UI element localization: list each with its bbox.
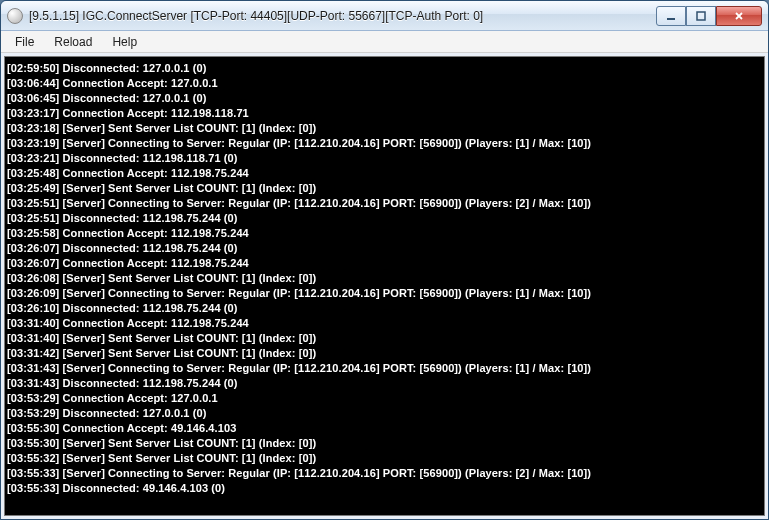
window-title: [9.5.1.15] IGC.ConnectServer [TCP-Port: … bbox=[29, 9, 483, 23]
app-icon bbox=[7, 8, 23, 24]
maximize-button[interactable] bbox=[686, 6, 716, 26]
svg-rect-1 bbox=[697, 12, 705, 20]
menu-file[interactable]: File bbox=[5, 33, 44, 51]
log-line: [03:25:48] Connection Accept: 112.198.75… bbox=[7, 166, 762, 181]
menu-help[interactable]: Help bbox=[102, 33, 147, 51]
log-line: [03:31:42] [Server] Sent Server List COU… bbox=[7, 346, 762, 361]
log-line: [03:31:43] Disconnected: 112.198.75.244 … bbox=[7, 376, 762, 391]
log-line: [03:23:19] [Server] Connecting to Server… bbox=[7, 136, 762, 151]
log-line: [03:25:49] [Server] Sent Server List COU… bbox=[7, 181, 762, 196]
log-line: [03:26:10] Disconnected: 112.198.75.244 … bbox=[7, 301, 762, 316]
log-line: [03:06:44] Connection Accept: 127.0.0.1 bbox=[7, 76, 762, 91]
log-line: [03:26:08] [Server] Sent Server List COU… bbox=[7, 271, 762, 286]
log-line: [03:25:58] Connection Accept: 112.198.75… bbox=[7, 226, 762, 241]
log-line: [02:59:50] Disconnected: 127.0.0.1 (0) bbox=[7, 61, 762, 76]
log-line: [03:25:51] Disconnected: 112.198.75.244 … bbox=[7, 211, 762, 226]
log-console[interactable]: [02:59:50] Disconnected: 127.0.0.1 (0)[0… bbox=[4, 56, 765, 516]
log-line: [03:23:17] Connection Accept: 112.198.11… bbox=[7, 106, 762, 121]
log-line: [03:31:43] [Server] Connecting to Server… bbox=[7, 361, 762, 376]
close-button[interactable] bbox=[716, 6, 762, 26]
log-line: [03:06:45] Disconnected: 127.0.0.1 (0) bbox=[7, 91, 762, 106]
log-line: [03:31:40] [Server] Sent Server List COU… bbox=[7, 331, 762, 346]
window-controls bbox=[656, 6, 762, 26]
log-line: [03:55:30] [Server] Sent Server List COU… bbox=[7, 436, 762, 451]
log-line: [03:26:07] Connection Accept: 112.198.75… bbox=[7, 256, 762, 271]
log-line: [03:26:09] [Server] Connecting to Server… bbox=[7, 286, 762, 301]
log-line: [03:31:40] Connection Accept: 112.198.75… bbox=[7, 316, 762, 331]
minimize-button[interactable] bbox=[656, 6, 686, 26]
log-line: [03:55:32] [Server] Sent Server List COU… bbox=[7, 451, 762, 466]
log-line: [03:25:51] [Server] Connecting to Server… bbox=[7, 196, 762, 211]
svg-rect-0 bbox=[667, 18, 675, 20]
log-line: [03:55:33] Disconnected: 49.146.4.103 (0… bbox=[7, 481, 762, 496]
minimize-icon bbox=[665, 11, 677, 21]
log-line: [03:53:29] Disconnected: 127.0.0.1 (0) bbox=[7, 406, 762, 421]
app-window: [9.5.1.15] IGC.ConnectServer [TCP-Port: … bbox=[0, 0, 769, 520]
log-line: [03:26:07] Disconnected: 112.198.75.244 … bbox=[7, 241, 762, 256]
log-line: [03:55:30] Connection Accept: 49.146.4.1… bbox=[7, 421, 762, 436]
menu-bar: File Reload Help bbox=[1, 31, 768, 53]
log-line: [03:53:29] Connection Accept: 127.0.0.1 bbox=[7, 391, 762, 406]
log-line: [03:23:18] [Server] Sent Server List COU… bbox=[7, 121, 762, 136]
close-icon bbox=[733, 11, 745, 21]
title-bar[interactable]: [9.5.1.15] IGC.ConnectServer [TCP-Port: … bbox=[1, 1, 768, 31]
menu-reload[interactable]: Reload bbox=[44, 33, 102, 51]
maximize-icon bbox=[695, 11, 707, 21]
console-container: [02:59:50] Disconnected: 127.0.0.1 (0)[0… bbox=[1, 53, 768, 519]
log-line: [03:55:33] [Server] Connecting to Server… bbox=[7, 466, 762, 481]
log-line: [03:23:21] Disconnected: 112.198.118.71 … bbox=[7, 151, 762, 166]
